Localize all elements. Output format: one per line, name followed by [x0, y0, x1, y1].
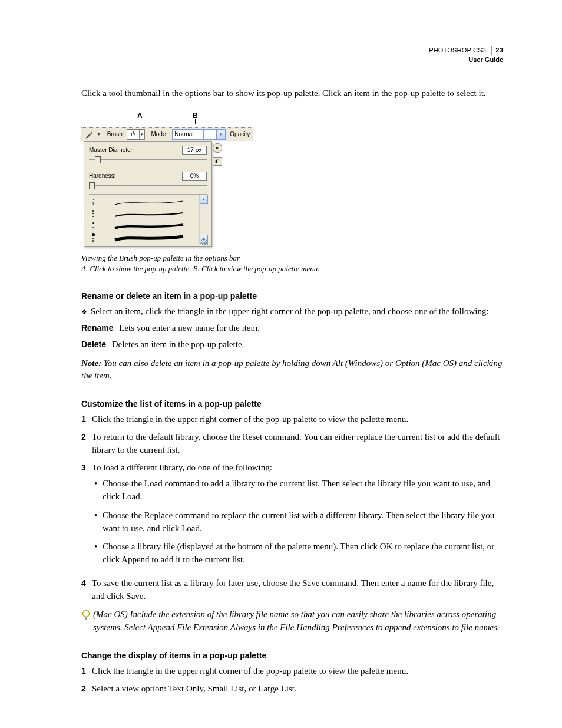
figure: A B ▼ Brush: 17 ▾ Mode:: [81, 111, 503, 275]
page-number: 23: [491, 46, 503, 55]
product-name: PHOTOSHOP CS3: [429, 47, 486, 54]
hardness-label: Hardness:: [89, 172, 116, 181]
master-diameter-value[interactable]: 17 px: [182, 146, 207, 155]
note-text: You can also delete an item in a pop-up …: [81, 358, 503, 381]
step-num: 3: [81, 462, 92, 572]
step-num: 2: [81, 431, 92, 457]
svg-point-0: [83, 611, 90, 617]
palette-menu-icon[interactable]: ▸: [213, 143, 222, 153]
hardness-value[interactable]: 0%: [182, 172, 207, 181]
lightbulb-icon: [81, 608, 93, 634]
mode-select[interactable]: Normal: [172, 129, 203, 140]
brush-item[interactable]: 1: [89, 197, 207, 209]
bullet-icon: •: [94, 509, 103, 535]
rename-term: Rename: [81, 323, 113, 332]
brush-size-9: 9: [91, 237, 94, 243]
secondary-select[interactable]: ▾: [203, 129, 226, 140]
bullet-icon: •: [94, 477, 103, 503]
scroll-up-icon[interactable]: ▴: [200, 195, 208, 204]
palette-aux-icon[interactable]: ◧: [213, 157, 222, 166]
delete-def: Deletes an item in the pop-up palette.: [112, 340, 244, 349]
mode-value: Normal: [174, 130, 193, 139]
brush-tool-icon[interactable]: [84, 129, 95, 140]
rename-def: Lets you enter a new name for the item.: [119, 323, 260, 332]
brush-item[interactable]: 9: [89, 232, 207, 244]
step-2: To return to the default library, choose…: [92, 431, 503, 457]
brush-item[interactable]: 3: [89, 209, 207, 220]
hardness-slider[interactable]: [89, 182, 207, 189]
figure-caption-legend: A. Click to show the pop-up palette. B. …: [81, 263, 503, 275]
step-3: To load a different library, do one of t…: [92, 462, 503, 475]
brush-item[interactable]: 5: [89, 220, 207, 232]
page: PHOTOSHOP CS3 23 User Guide Click a tool…: [0, 0, 562, 728]
heading-rename-delete: Rename or delete an item in a pop-up pal…: [81, 290, 503, 302]
brush-size-3: 3: [91, 212, 94, 218]
brush-preview[interactable]: 17: [127, 129, 140, 140]
mode-label: Mode:: [151, 130, 167, 139]
chevron-down-icon: ▾: [216, 130, 226, 139]
master-diameter-label: Master Diameter: [89, 146, 133, 155]
brush-popup: ▸ ◧ Master Diameter 17 px: [84, 141, 212, 247]
section1-lead: Select an item, click the triangle in th…: [91, 305, 489, 318]
step-num: 1: [81, 413, 92, 426]
intro-text: Click a tool thumbnail in the options ba…: [81, 87, 503, 100]
note-label: Note:: [81, 358, 101, 368]
brush-dropdown-icon[interactable]: ▾: [140, 129, 146, 140]
tool-caret-icon[interactable]: ▼: [97, 131, 101, 138]
bullet-icon: •: [94, 541, 103, 566]
s3-step-2: Select a view option: Text Only, Small L…: [92, 683, 503, 696]
figure-caption: Viewing the Brush pop-up palette in the …: [81, 253, 503, 263]
scrollbar[interactable]: ▴ ▾: [199, 195, 208, 244]
svg-rect-1: [85, 617, 87, 620]
step-num: 4: [81, 577, 92, 603]
options-toolbar: ▼ Brush: 17 ▾ Mode: Normal ▾ Opaci: [81, 127, 253, 141]
opacity-label: Opacity:: [230, 130, 252, 139]
brush-list: ▴ ▾ 1 3 5: [89, 194, 207, 244]
step-num: 1: [81, 665, 92, 678]
heading-customize: Customize the list of items in a pop-up …: [81, 398, 503, 410]
s3-step-1: Click the triangle in the upper right co…: [92, 665, 503, 678]
brush-size-5: 5: [91, 225, 94, 230]
guide-label: User Guide: [429, 55, 503, 65]
step-4: To save the current list as a library fo…: [92, 577, 503, 603]
tip-text: (Mac OS) Include the extension of the li…: [93, 608, 503, 634]
brush-size-value: 17: [130, 133, 135, 137]
step-3b: Choose the Replace command to replace th…: [103, 509, 503, 535]
resize-handle-icon[interactable]: [201, 238, 208, 245]
page-header: PHOTOSHOP CS3 23 User Guide: [429, 46, 503, 65]
delete-term: Delete: [81, 340, 106, 349]
step-1: Click the triangle in the upper right co…: [92, 413, 503, 426]
brush-size-1: 1: [91, 200, 94, 206]
step-num: 2: [81, 683, 92, 696]
master-diameter-slider[interactable]: [89, 156, 207, 163]
heading-change-display: Change the display of items in a pop-up …: [81, 650, 503, 661]
brush-label: Brush:: [107, 130, 124, 139]
diamond-bullet-icon: ❖: [81, 305, 87, 318]
step-3a: Choose the Load command to add a library…: [103, 477, 503, 503]
step-3c: Choose a library file (displayed at the …: [103, 541, 503, 566]
